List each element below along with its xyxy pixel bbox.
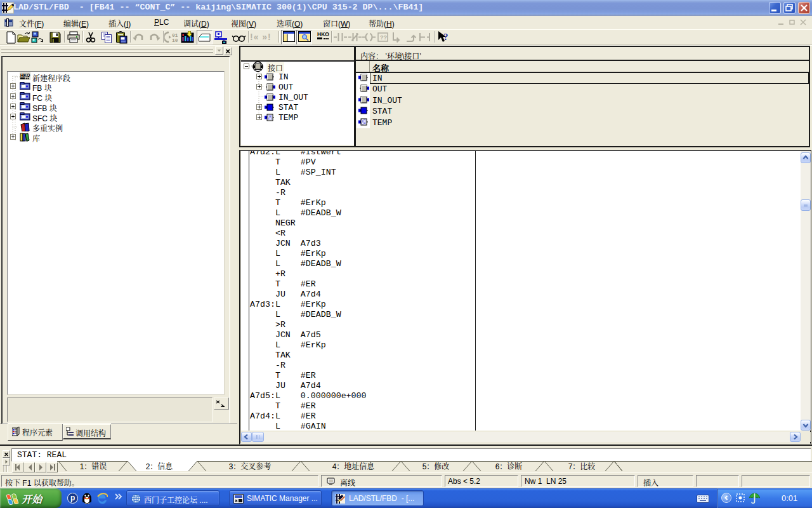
svg-text:1：错误: 1：错误: [80, 462, 107, 471]
svg-text:3：交叉参考: 3：交叉参考: [229, 462, 272, 471]
svg-text:??: ??: [380, 34, 387, 41]
svg-text:7：比较: 7：比较: [568, 462, 596, 471]
svg-text:6：诊断: 6：诊断: [495, 462, 523, 471]
svg-text:?: ?: [443, 32, 449, 42]
svg-text:5：修改: 5：修改: [422, 462, 450, 471]
svg-text:HKO: HKO: [317, 31, 329, 37]
svg-text:4：地址信息: 4：地址信息: [332, 462, 376, 471]
svg-text:10: 10: [172, 37, 178, 43]
svg-text:2：信息: 2：信息: [146, 462, 174, 471]
